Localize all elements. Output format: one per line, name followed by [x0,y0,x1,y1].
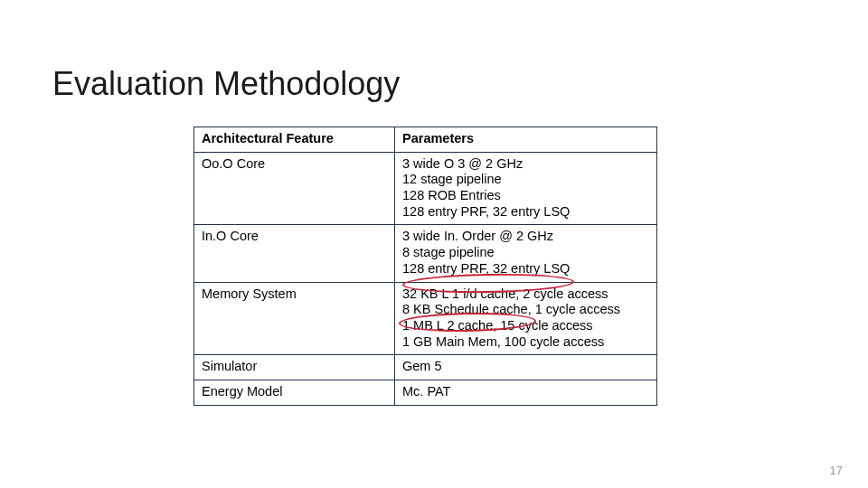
cell-feature: In.O Core [194,225,395,282]
cell-parameters: 3 wide In. Order @ 2 GHz 8 stage pipelin… [395,225,657,282]
col-header-parameters: Parameters [395,127,657,153]
evaluation-table: Architectural Feature Parameters Oo.O Co… [193,127,657,406]
cell-parameters: Gem 5 [395,355,657,380]
table-row: Energy Model Mc. PAT [194,380,657,405]
page-number: 17 [830,464,843,477]
cell-feature: Energy Model [194,380,395,405]
page-title: Evaluation Methodology [52,65,400,103]
cell-parameters: Mc. PAT [395,380,657,405]
cell-parameters: 32 KB L 1 i/d cache, 2 cycle access 8 KB… [395,282,657,355]
col-header-feature: Architectural Feature [194,127,395,153]
table-row: In.O Core 3 wide In. Order @ 2 GHz 8 sta… [194,225,657,282]
cell-feature: Oo.O Core [194,152,395,225]
cell-feature: Memory System [194,282,395,355]
table-row: Memory System 32 KB L 1 i/d cache, 2 cyc… [194,282,657,355]
table-row: Simulator Gem 5 [194,355,657,380]
table-header-row: Architectural Feature Parameters [194,127,657,153]
cell-parameters: 3 wide O 3 @ 2 GHz 12 stage pipeline 128… [395,152,657,225]
cell-feature: Simulator [194,355,395,380]
table-row: Oo.O Core 3 wide O 3 @ 2 GHz 12 stage pi… [194,152,657,225]
